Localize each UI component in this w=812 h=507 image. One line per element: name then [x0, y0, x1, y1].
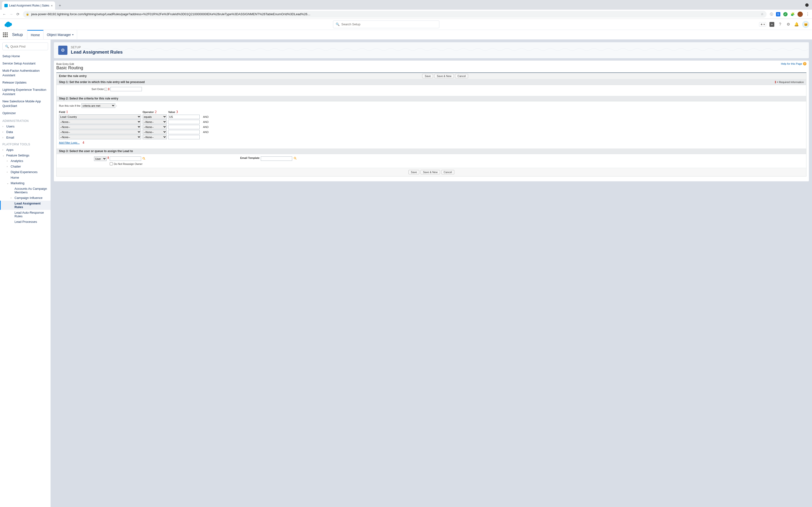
and-label: AND — [203, 125, 209, 128]
sidebar-tree-item[interactable]: ›Home — [0, 175, 51, 180]
sidebar-link[interactable]: Service Setup Assistant — [0, 60, 51, 67]
gear-icon: ⚙ — [58, 46, 67, 55]
setup-gear-icon[interactable]: ⚙ — [786, 22, 791, 27]
sidebar-link[interactable]: New Salesforce Mobile App QuickStart — [0, 98, 51, 109]
global-search[interactable]: 🔍 Search Setup — [333, 20, 439, 28]
lookup-icon[interactable] — [293, 157, 297, 160]
help-icon[interactable]: ? — [778, 22, 782, 27]
criteria-value-input[interactable] — [168, 125, 200, 129]
chevron-down-icon: ⌄ — [2, 154, 5, 157]
no-reassign-checkbox[interactable]: Do Not Reassign Owner — [110, 162, 146, 165]
browser-tab[interactable]: Lead Assignment Rules | Sales × — [2, 1, 55, 10]
info-icon[interactable]: ⓘ — [770, 12, 773, 16]
bookmark-star-icon[interactable]: ☆ — [761, 12, 764, 16]
sidebar-tree-item[interactable]: ›Chatter — [0, 164, 51, 169]
save-button[interactable]: Save — [422, 74, 433, 78]
criteria-operator-select[interactable]: --None-- — [143, 130, 167, 134]
chevron-right-icon: › — [7, 160, 10, 162]
help-link[interactable]: Help for this Page ? — [781, 62, 806, 65]
criteria-value-input[interactable] — [168, 120, 200, 124]
sidebar-tree-item-selected[interactable]: Lead Assignment Rules — [0, 201, 51, 210]
profile-avatar-icon[interactable] — [798, 12, 803, 17]
sidebar-tree-item[interactable]: Lead Auto-Response Rules — [0, 210, 51, 219]
annotation-1: 1 — [66, 110, 68, 114]
reload-icon[interactable]: ⟳ — [16, 12, 19, 16]
sidebar-tree-item[interactable]: ›Users — [0, 124, 51, 129]
window-control-icon[interactable] — [805, 3, 809, 7]
extensions-icon[interactable] — [791, 12, 795, 16]
back-icon[interactable]: ← — [2, 12, 6, 16]
save-new-button[interactable]: Save & New — [420, 170, 440, 174]
tab-object-manager[interactable]: Object Manager▾ — [44, 30, 77, 39]
add-filter-logic-link[interactable]: Add Filter Logic... — [59, 141, 80, 144]
and-label: AND — [203, 120, 209, 123]
criteria-operator-select[interactable]: --None-- — [143, 135, 167, 139]
chevron-right-icon: › — [2, 125, 5, 128]
criteria-operator-select[interactable]: --None-- — [143, 119, 167, 124]
sidebar-link[interactable]: Setup Home — [0, 53, 51, 60]
help-icon: ? — [803, 62, 806, 65]
criteria-field-select[interactable]: Lead: Country — [59, 114, 141, 119]
criteria-field-select[interactable]: --None-- — [59, 130, 141, 134]
col-operator: Operator2 — [143, 110, 167, 114]
url-bar[interactable]: 🔒 java-power-66192.lightning.force.com/l… — [23, 11, 767, 18]
close-tab-icon[interactable]: × — [51, 4, 53, 7]
sidebar-tree-item[interactable]: ›Data — [0, 129, 51, 135]
save-new-button[interactable]: Save & New — [434, 74, 454, 78]
save-button[interactable]: Save — [408, 170, 419, 174]
criteria-field-select[interactable]: --None-- — [59, 135, 141, 139]
cancel-button[interactable]: Cancel — [441, 170, 454, 174]
sort-order-input[interactable] — [110, 87, 142, 91]
new-tab-button[interactable]: + — [57, 2, 63, 9]
col-field: Field1 — [59, 110, 141, 114]
app-launcher-icon[interactable] — [3, 32, 8, 37]
sidebar-link[interactable]: Lightning Experience Transition Assistan… — [0, 86, 51, 98]
salesforce-logo-icon[interactable] — [3, 21, 13, 28]
sidebar-section-header: ADMINISTRATION — [0, 117, 51, 124]
assignee-type-select[interactable]: User — [94, 157, 107, 161]
global-actions-icon[interactable]: + — [769, 22, 774, 27]
url-text: java-power-66192.lightning.force.com/lig… — [31, 12, 311, 16]
criteria-value-input[interactable] — [168, 115, 200, 119]
sidebar-link[interactable]: Optimizer — [0, 110, 51, 117]
criteria-row: --None----None--AND — [59, 125, 804, 129]
setup-sidebar: 🔍 Quick Find Setup Home Service Setup As… — [0, 40, 51, 507]
sidebar-tree-item[interactable]: ›Email — [0, 135, 51, 140]
user-avatar-icon[interactable]: 🐱 — [802, 21, 809, 28]
sidebar-tree-item[interactable]: ›Analytics — [0, 158, 51, 164]
sidebar-tree-item[interactable]: ⌄Feature Settings — [0, 153, 51, 158]
extension-icon[interactable]: ⎘ — [776, 12, 780, 16]
run-if-select[interactable]: criteria are met — [82, 103, 115, 108]
criteria-field-select[interactable]: --None-- — [59, 125, 141, 129]
info-icon[interactable]: i — [104, 88, 107, 91]
sidebar-link[interactable]: Release Updates — [0, 79, 51, 86]
chevron-right-icon: › — [11, 196, 13, 199]
tab-home[interactable]: Home — [27, 30, 43, 39]
sidebar-tree-item[interactable]: Accounts As Campaign Members — [0, 186, 51, 195]
email-template-input[interactable] — [261, 157, 292, 161]
criteria-operator-select[interactable]: equals — [143, 114, 167, 119]
cancel-button[interactable]: Cancel — [455, 74, 468, 78]
page-header: ⚙ SETUP Lead Assignment Rules — [54, 42, 809, 58]
step2-bar: Step 2: Select the criteria for this rul… — [57, 96, 806, 101]
menu-icon[interactable]: ⋮ — [806, 12, 810, 16]
sidebar-tree-item[interactable]: ›Digital Experiences — [0, 169, 51, 175]
sidebar-tree-item[interactable]: Lead Processes — [0, 219, 51, 225]
notifications-bell-icon[interactable]: 🔔 — [794, 22, 799, 27]
criteria-field-select[interactable]: --None-- — [59, 119, 141, 124]
criteria-value-input[interactable] — [168, 130, 200, 134]
annotation-3: 3 — [176, 110, 178, 114]
assignee-input[interactable] — [110, 157, 141, 161]
lookup-icon[interactable] — [142, 157, 146, 161]
criteria-operator-select[interactable]: --None-- — [143, 125, 167, 129]
app-title: Setup — [12, 32, 23, 37]
sidebar-tree-item[interactable]: ›Campaign Influence — [0, 195, 51, 201]
extension-icon[interactable]: ✓ — [783, 12, 788, 16]
favorites-button[interactable]: ★▾ — [759, 22, 766, 26]
page-title: Lead Assignment Rules — [71, 50, 123, 55]
sidebar-tree-item[interactable]: ⌄Marketing — [0, 180, 51, 186]
criteria-value-input[interactable] — [168, 135, 200, 139]
sidebar-tree-item[interactable]: ›Apps — [0, 147, 51, 153]
quick-find-input[interactable]: 🔍 Quick Find — [2, 43, 48, 50]
sidebar-link[interactable]: Multi-Factor Authentication Assistant — [0, 67, 51, 79]
